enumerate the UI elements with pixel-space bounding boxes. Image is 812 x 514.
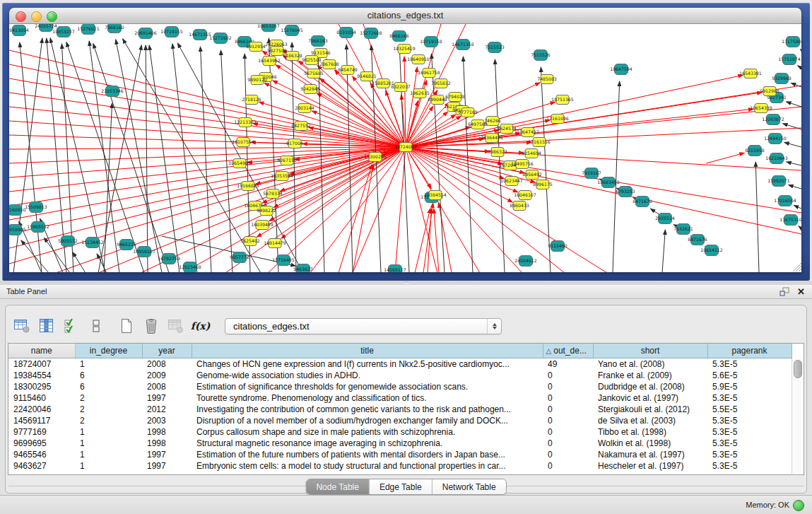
create-column-button[interactable] [117,317,135,335]
table-cell[interactable]: Embryonic stem cells: a model to study s… [192,460,543,472]
table-cell[interactable]: 2 [75,415,142,426]
network-node-teal[interactable]: 7515523 [485,42,505,53]
network-node-teal[interactable]: 7866160 [105,24,124,33]
table-cell[interactable]: Structural magnetic resonance image aver… [192,438,543,449]
show-columns-button[interactable] [37,317,55,335]
network-node-yellow[interactable]: 16961758 [418,69,440,78]
table-cell[interactable]: Genome-wide association studies in ADHD. [192,370,543,381]
table-cell[interactable]: 6 [75,381,142,392]
table-cell[interactable]: 5.3E-5 [707,392,792,404]
table-cell[interactable]: Tibbo et al. (1998) [593,426,707,438]
network-node-yellow[interactable]: 9146821 [357,72,377,81]
select-all-button[interactable] [62,317,80,335]
table-cell[interactable]: 1 [75,426,142,438]
table-cell[interactable]: 1997 [142,392,192,404]
table-cell[interactable]: 0 [543,426,593,438]
table-cell[interactable]: 0 [543,438,593,449]
table-row[interactable]: 911546021997Tourette syndrome. Phenomeno… [8,392,792,404]
close-panel-icon[interactable]: ✕ [797,286,805,297]
table-cell[interactable]: 9777169 [8,426,75,438]
table-cell[interactable]: Hescheler et al. (1997) [593,460,707,472]
table-cell[interactable]: Disruption of a novel member of a sodium… [192,415,543,426]
table-cell[interactable]: 1997 [142,460,192,472]
table-cell[interactable]: 0 [543,415,593,426]
table-scrollbar[interactable] [792,358,803,474]
table-cell[interactable]: 1 [75,460,142,472]
network-node-teal[interactable]: 15276045 [281,25,303,36]
table-cell[interactable]: 5.3E-5 [707,415,792,426]
network-node-yellow[interactable]: 6794028 [445,93,465,102]
table-cell[interactable]: Franke et al. (2009) [593,370,707,381]
delete-column-button[interactable] [142,317,160,335]
table-cell[interactable]: 0 [543,381,593,392]
network-node-teal[interactable]: 14569117 [384,265,406,273]
float-panel-icon[interactable] [779,287,789,296]
table-cell[interactable]: 0 [543,404,593,415]
table-row[interactable]: 2242004622012Investigating the contribut… [8,404,792,415]
network-node-yellow[interactable]: 8990448 [428,95,447,105]
network-node-teal[interactable]: 9329968 [772,74,792,84]
table-mode-button[interactable] [13,317,30,335]
table-cell[interactable]: 0 [543,449,593,460]
network-node-teal[interactable]: 8413054 [9,25,29,36]
function-builder-button[interactable]: f(x) [192,317,209,335]
network-node-yellow[interactable]: 16543391 [739,69,762,78]
network-node-yellow[interactable]: 2803144 [295,104,314,113]
network-node-yellow[interactable]: 7955812 [431,79,451,88]
network-node-yellow[interactable]: 18107554 [232,138,254,147]
network-node-teal[interactable]: 9115460 [548,241,567,252]
table-scrollbar-thumb[interactable] [794,360,802,378]
table-cell[interactable]: 1997 [142,449,192,460]
table-cell[interactable]: Changes of HCN gene expression and I(f) … [192,358,543,370]
table-row[interactable]: 1456911722003Disruption of a novel membe… [8,415,792,426]
network-node-teal[interactable]: 8215958 [745,146,765,156]
table-cell[interactable]: 49 [543,358,593,370]
column-header-short[interactable]: short [593,344,707,358]
network-node-teal[interactable]: 14671355 [189,30,211,40]
network-node-yellow[interactable]: 8322037 [391,83,411,92]
table-cell[interactable]: 9699695 [8,438,75,449]
table-cell[interactable]: Estimation of significance thresholds fo… [192,381,543,392]
network-node-teal[interactable]: 14671358 [452,40,474,50]
table-cell[interactable]: Yano et al. (2008) [593,358,707,370]
tab-node-table[interactable]: Node Table [306,479,369,494]
network-node-yellow[interactable]: 16046107 [514,191,536,200]
network-node-teal[interactable]: 16210643 [765,153,788,164]
network-node-yellow[interactable]: 9154694 [522,149,541,158]
table-row[interactable]: 977716911998Corpus callosum shape and si… [8,426,792,438]
network-node-teal[interactable]: 2935514 [655,214,675,224]
network-node-yellow[interactable]: 16914479 [264,239,286,248]
tab-edge-table[interactable]: Edge Table [369,479,432,494]
network-node-yellow[interactable]: 7485083 [537,75,557,84]
network-node-yellow[interactable]: 8427552 [291,122,311,131]
column-header-title[interactable]: title [192,344,543,358]
network-node-teal[interactable]: 15509813 [25,202,47,213]
network-node-yellow[interactable]: 8454749 [338,66,358,75]
table-cell[interactable]: 5.5E-5 [707,404,792,415]
table-cell[interactable]: 22420046 [8,404,75,415]
row-height-button[interactable] [87,317,105,335]
table-cell[interactable]: 2 [75,404,142,415]
column-header-in_degree[interactable]: in_degree [75,344,142,358]
network-node-teal[interactable]: 10654112 [700,245,723,256]
network-node-yellow[interactable]: 5675685 [304,69,324,78]
table-row[interactable]: 1830029562008Estimation of significance … [8,381,792,392]
table-cell[interactable]: Estimation of the future numbers of pati… [192,449,543,460]
network-window-titlebar[interactable]: citations_edges.txt [9,8,801,24]
table-select-dropdown[interactable]: citations_edges.txt [225,318,502,334]
table-cell[interactable]: 0 [543,370,593,381]
table-row[interactable]: 1872400712008Changes of HCN gene express… [8,358,792,370]
table-row[interactable]: 946362711997Embryonic stem cells: a mode… [8,460,792,472]
table-cell[interactable]: Stergiakouli et al. (2012) [593,404,707,415]
network-node-teal[interactable]: 18647594 [610,64,632,75]
table-cell[interactable]: 18300295 [8,381,75,392]
network-node-teal[interactable]: 10719158 [420,37,442,47]
network-node-yellow[interactable]: 18751365 [551,95,574,105]
table-cell[interactable]: 19384554 [8,370,75,381]
table-row[interactable]: 946554611997Estimation of the future num… [8,449,792,460]
network-node-yellow[interactable]: 12213303 [234,118,257,127]
table-cell[interactable]: 2008 [142,358,192,370]
network-node-yellow[interactable]: 16543962 [258,57,281,66]
network-node-yellow[interactable]: 12161556 [528,138,551,147]
network-node-teal[interactable]: 15751874 [778,54,801,65]
